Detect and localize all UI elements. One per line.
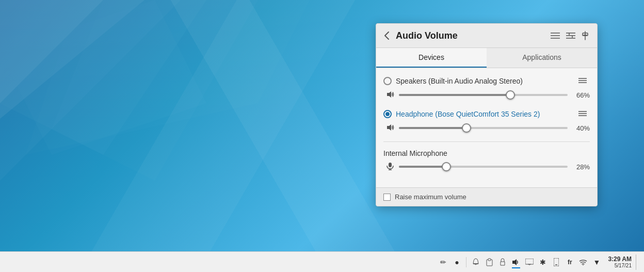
panel-tabs: Devices Applications <box>376 48 597 68</box>
speakers-track <box>399 94 568 96</box>
taskbar-clipboard-icon[interactable] <box>484 257 494 267</box>
taskbar-lock-icon[interactable] <box>497 257 508 267</box>
svg-marker-22 <box>387 124 391 131</box>
taskbar-chevron-icon[interactable]: ▼ <box>591 257 602 267</box>
clock-date: 5/17/21 <box>615 263 632 268</box>
headphone-volume-icon <box>385 123 395 133</box>
speakers-volume-row: 66% <box>383 90 590 100</box>
svg-marker-18 <box>387 91 391 98</box>
raise-volume-label: Raise maximum volume <box>395 193 466 201</box>
taskbar-lang-icon[interactable]: fr <box>565 257 575 267</box>
taskbar-bluetooth-icon[interactable]: ✱ <box>538 257 548 267</box>
headphone-menu-btn[interactable] <box>575 108 590 120</box>
speakers-header: Speakers (Built-in Audio Analog Stereo) <box>383 75 590 87</box>
taskbar-separator-1 <box>466 257 466 267</box>
taskbar-phone-icon[interactable] <box>551 257 561 267</box>
menu-icon[interactable] <box>550 31 561 40</box>
svg-marker-29 <box>512 259 517 265</box>
clock-time: 3:29 AM <box>608 255 632 263</box>
header-actions <box>550 30 590 41</box>
device-microphone: Internal Microphone <box>383 149 590 172</box>
panel-title: Audio Volume <box>396 30 550 41</box>
speakers-volume-icon <box>385 90 395 100</box>
device-headphone: Headphone (Bose QuietComfort 35 Series 2… <box>383 108 590 133</box>
taskbar-display-icon[interactable] <box>524 257 535 267</box>
panel-footer: Raise maximum volume <box>376 187 597 206</box>
speakers-fill <box>399 94 510 96</box>
taskbar: ✏ ● <box>0 251 644 272</box>
taskbar-pen-icon[interactable]: ✏ <box>438 257 448 267</box>
microphone-icon <box>385 162 395 172</box>
headphone-radio[interactable] <box>383 110 392 118</box>
audio-volume-panel: Audio Volume <box>376 23 598 206</box>
device-speakers: Speakers (Built-in Audio Analog Stereo) <box>383 75 590 100</box>
show-desktop-button[interactable] <box>636 254 640 270</box>
svg-point-35 <box>583 264 584 265</box>
speakers-thumb[interactable] <box>506 90 515 100</box>
speakers-slider[interactable] <box>399 90 568 100</box>
svg-rect-30 <box>525 259 534 264</box>
headphone-header: Headphone (Bose QuietComfort 35 Series 2… <box>383 108 590 120</box>
headphone-volume-pct: 40% <box>572 124 590 132</box>
taskbar-wifi-icon[interactable] <box>578 257 588 267</box>
microphone-fill <box>399 166 446 168</box>
desktop: Audio Volume <box>0 0 644 272</box>
speakers-volume-pct: 66% <box>572 91 590 99</box>
panel-content: Speakers (Built-in Audio Analog Stereo) <box>376 68 597 187</box>
microphone-label: Internal Microphone <box>383 149 590 157</box>
tab-applications[interactable]: Applications <box>487 48 597 68</box>
speakers-menu-btn[interactable] <box>575 75 590 87</box>
taskbar-volume-icon[interactable] <box>511 257 521 267</box>
divider <box>383 141 590 142</box>
headphone-volume-row: 40% <box>383 123 590 133</box>
panel-header: Audio Volume <box>376 24 597 48</box>
headphone-slider[interactable] <box>399 123 568 133</box>
raise-volume-checkbox[interactable] <box>383 194 391 201</box>
microphone-volume-row: 28% <box>383 162 590 172</box>
pin-icon[interactable] <box>581 30 590 41</box>
headphone-name: Headphone (Bose QuietComfort 35 Series 2… <box>396 110 575 118</box>
taskbar-bell-icon[interactable] <box>471 257 481 267</box>
speakers-name: Speakers (Built-in Audio Analog Stereo) <box>396 77 575 85</box>
headphone-thumb[interactable] <box>462 123 471 133</box>
back-button[interactable] <box>383 30 391 41</box>
tab-devices[interactable]: Devices <box>376 48 487 68</box>
microphone-track <box>399 166 568 168</box>
headphone-track <box>399 127 568 129</box>
headphone-fill <box>399 127 466 129</box>
taskbar-circle-icon[interactable]: ● <box>452 257 462 267</box>
speakers-radio[interactable] <box>383 77 392 85</box>
settings-icon[interactable] <box>565 31 576 40</box>
taskbar-icons: ✏ ● <box>438 257 602 267</box>
taskbar-clock[interactable]: 3:29 AM 5/17/21 <box>608 255 632 268</box>
microphone-thumb[interactable] <box>442 162 451 171</box>
svg-rect-28 <box>488 259 491 261</box>
microphone-volume-pct: 28% <box>572 163 590 171</box>
svg-rect-23 <box>389 163 392 167</box>
microphone-slider[interactable] <box>399 162 568 172</box>
